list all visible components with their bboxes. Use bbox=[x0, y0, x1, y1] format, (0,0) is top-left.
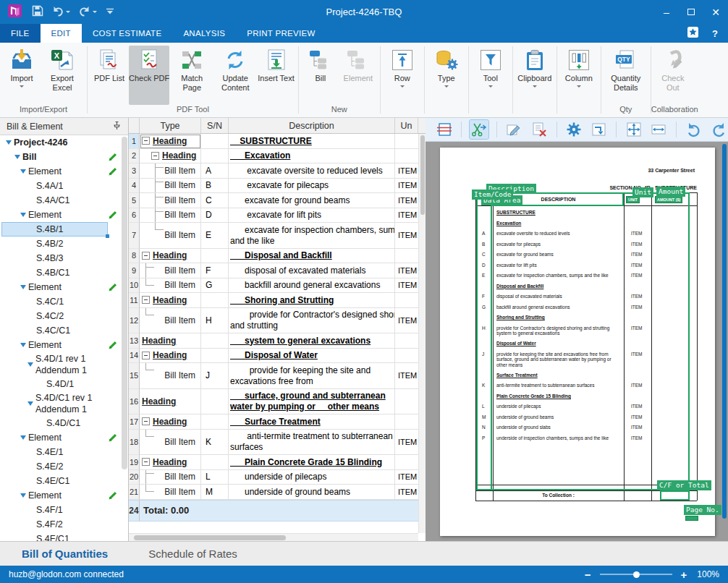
description-cell[interactable]: excavate for pilecaps bbox=[229, 179, 395, 194]
type-cell[interactable]: Heading bbox=[140, 134, 201, 149]
tree-item-s-4f-c1[interactable]: S.4F/C1 bbox=[0, 532, 128, 541]
description-cell[interactable]: provide for keeping the site and excavat… bbox=[229, 363, 395, 389]
tree-item-s-4b-2[interactable]: S.4B/2 bbox=[0, 237, 128, 251]
sn-cell[interactable] bbox=[201, 455, 229, 470]
pdf-scrollbar[interactable] bbox=[722, 144, 727, 519]
unit-cell[interactable] bbox=[395, 149, 418, 164]
tree-item-element[interactable]: Element bbox=[0, 164, 128, 179]
tree-item-element[interactable]: Element bbox=[0, 488, 128, 503]
menu-tab-file[interactable]: FILE bbox=[0, 24, 41, 43]
col-unit[interactable]: Un bbox=[395, 118, 418, 133]
unit-cell[interactable]: ITEM bbox=[395, 470, 418, 485]
unit-cell[interactable]: ITEM bbox=[395, 263, 418, 278]
pdf-tool-data-area-button[interactable] bbox=[435, 120, 453, 139]
unit-cell[interactable] bbox=[395, 333, 418, 349]
type-cell[interactable]: Bill Item bbox=[140, 163, 201, 179]
unit-cell[interactable]: ITEM bbox=[395, 308, 418, 334]
bottom-tab-schedule-of-rates[interactable]: Schedule of Rates bbox=[148, 548, 237, 560]
cf-total-label[interactable]: C/F or Total bbox=[657, 480, 711, 490]
edit-pencil-icon[interactable] bbox=[108, 210, 118, 222]
table-row-15[interactable]: 15Bill ItemJ provide for keeping the sit… bbox=[129, 363, 418, 389]
pdf-tool-edit-button[interactable] bbox=[505, 120, 523, 139]
ribbon-button-check-pdf[interactable]: Check PDF bbox=[129, 46, 169, 105]
sn-cell[interactable] bbox=[201, 349, 229, 364]
table-row-9[interactable]: 9Bill ItemF disposal of excavated materi… bbox=[129, 263, 418, 278]
ribbon-button-export-excel[interactable]: XExport Excel bbox=[41, 46, 83, 105]
type-cell[interactable]: Bill Item bbox=[140, 193, 201, 208]
description-cell[interactable]: Disposal of Water bbox=[229, 349, 395, 364]
unit-cell[interactable]: ITEM bbox=[395, 193, 418, 208]
tree-item-s-4b-1[interactable]: S.4B/1 bbox=[0, 222, 128, 237]
row-number[interactable]: 5 bbox=[129, 193, 140, 208]
type-cell[interactable]: Bill Item bbox=[140, 223, 201, 249]
table-row-1[interactable]: 1Heading SUBSTRUCTURE bbox=[129, 134, 418, 149]
pdf-tool-snip-button[interactable] bbox=[470, 120, 488, 139]
row-number[interactable]: 21 bbox=[129, 485, 140, 500]
row-number[interactable]: 16 bbox=[129, 389, 140, 415]
unit-cell[interactable]: ITEM bbox=[395, 179, 418, 194]
unit-label[interactable]: Unit bbox=[632, 187, 653, 197]
ribbon-button-quantity-details[interactable]: QTYQuantity Details bbox=[605, 46, 647, 105]
ribbon-button-row[interactable]: Row bbox=[384, 46, 420, 105]
unit-cell[interactable] bbox=[395, 389, 418, 415]
minimize-button[interactable]: – bbox=[654, 0, 679, 24]
edit-pencil-icon[interactable] bbox=[108, 282, 118, 294]
table-row-3[interactable]: 3Bill ItemA excavate oversite to reduced… bbox=[129, 163, 418, 179]
maximize-button[interactable] bbox=[679, 0, 703, 24]
tree-item-s-4b-3[interactable]: S.4B/3 bbox=[0, 251, 128, 265]
collapse-icon[interactable] bbox=[142, 296, 150, 304]
menu-tab-cost-estimate[interactable]: COST ESTIMATE bbox=[82, 24, 172, 43]
description-cell[interactable]: Shoring and Strutting bbox=[229, 293, 395, 308]
ribbon-button-check-out[interactable]: Check Out bbox=[655, 46, 691, 105]
type-cell[interactable]: Heading bbox=[140, 414, 201, 430]
description-cell[interactable]: excavate for ground beams bbox=[229, 193, 395, 208]
col-description[interactable]: Description bbox=[229, 118, 395, 133]
description-cell[interactable]: provide for Contractor's designed shorin… bbox=[229, 308, 395, 334]
type-cell[interactable]: Bill Item bbox=[140, 430, 201, 456]
description-cell[interactable]: anti-termite treatment to subterranean s… bbox=[229, 430, 395, 456]
row-number[interactable]: 15 bbox=[129, 363, 140, 389]
tree-item-element[interactable]: Element bbox=[0, 208, 128, 222]
pdf-tool-redo-button[interactable] bbox=[710, 120, 728, 139]
pdf-tool-undo-button[interactable] bbox=[685, 120, 703, 139]
description-cell[interactable]: Disposal and Backfill bbox=[229, 249, 395, 264]
tree-expander-icon[interactable] bbox=[14, 155, 20, 159]
tree-expander-icon[interactable] bbox=[20, 169, 26, 174]
sn-cell[interactable]: A bbox=[201, 163, 229, 179]
type-cell[interactable]: Bill Item bbox=[140, 308, 201, 334]
ribbon-button-import[interactable]: Import bbox=[4, 46, 40, 105]
table-row-16[interactable]: 16Heading surface, ground and subterrane… bbox=[129, 389, 418, 415]
row-number[interactable]: 11 bbox=[129, 293, 140, 308]
unit-cell[interactable]: ITEM bbox=[395, 430, 418, 456]
tree-expander-icon[interactable] bbox=[27, 401, 33, 406]
unit-cell[interactable]: ITEM bbox=[395, 223, 418, 249]
sn-cell[interactable]: B bbox=[201, 179, 229, 194]
redo-dropdown-icon[interactable] bbox=[93, 11, 97, 15]
zoom-slider[interactable] bbox=[600, 574, 672, 575]
tree-item-project-4246[interactable]: Project-4246 bbox=[0, 135, 128, 150]
description-cell[interactable]: system to general excavations bbox=[229, 333, 395, 349]
type-cell[interactable]: Bill Item bbox=[140, 179, 201, 194]
undo-dropdown-icon[interactable] bbox=[66, 11, 70, 15]
tree-item-s-4c-1[interactable]: S.4C/1 bbox=[0, 294, 128, 309]
sn-cell[interactable] bbox=[201, 333, 229, 349]
table-row-20[interactable]: 20Bill ItemL underside of pilecapsITEM bbox=[129, 470, 418, 485]
menu-tab-analysis[interactable]: ANALYSIS bbox=[172, 24, 236, 43]
data-area-annotation-box[interactable] bbox=[476, 192, 690, 490]
tree-item-s-4e-2[interactable]: S.4E/2 bbox=[0, 459, 128, 474]
row-number[interactable]: 10 bbox=[129, 278, 140, 294]
bottom-tab-bill-of-quantities[interactable]: Bill of Quantities bbox=[22, 548, 108, 560]
tree-item-s-4c-2[interactable]: S.4C/2 bbox=[0, 309, 128, 323]
row-number[interactable]: 20 bbox=[129, 470, 140, 485]
edit-pencil-icon[interactable] bbox=[108, 166, 118, 179]
tree-item-element[interactable]: Element bbox=[0, 280, 128, 294]
sn-cell[interactable]: K bbox=[201, 430, 229, 456]
sn-cell[interactable] bbox=[201, 293, 229, 308]
unit-cell[interactable]: ITEM bbox=[395, 485, 418, 500]
unit-cell[interactable] bbox=[395, 293, 418, 308]
pdf-tool-flow-button[interactable] bbox=[590, 120, 608, 139]
tree-item-s-4a-1[interactable]: S.4A/1 bbox=[0, 179, 128, 193]
col-type[interactable]: Type bbox=[140, 118, 201, 133]
table-row-6[interactable]: 6Bill ItemD excavate for lift pitsITEM bbox=[129, 208, 418, 224]
pdf-tool-delete-button[interactable] bbox=[530, 120, 548, 139]
